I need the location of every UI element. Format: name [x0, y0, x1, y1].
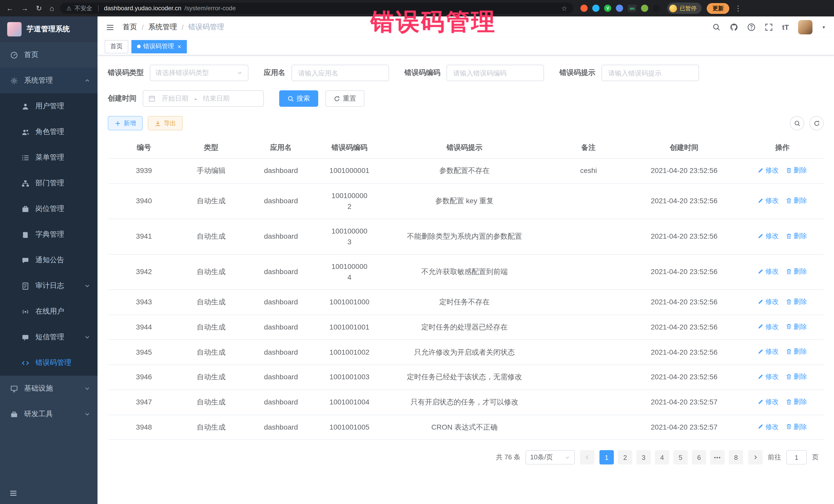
- browser-home-icon[interactable]: ⌂: [49, 4, 54, 12]
- tab-close-icon[interactable]: ×: [178, 43, 181, 50]
- delete-link[interactable]: 删除: [786, 231, 807, 241]
- delete-link[interactable]: 删除: [786, 422, 807, 432]
- edit-label: 修改: [766, 372, 779, 381]
- browser-forward-icon[interactable]: →: [21, 4, 28, 12]
- edit-link[interactable]: 修改: [758, 165, 779, 175]
- page-number-button[interactable]: 1: [599, 451, 614, 465]
- avatar-caret-icon[interactable]: ▼: [822, 25, 826, 29]
- delete-link[interactable]: 删除: [786, 165, 807, 175]
- extension-pin-icon[interactable]: [653, 5, 660, 12]
- edit-icon: [758, 349, 764, 355]
- page-number-button[interactable]: 3: [636, 451, 651, 465]
- sidebar-item[interactable]: 首页: [0, 42, 97, 68]
- sidebar-item-label: 通知公告: [36, 256, 64, 265]
- browser-back-icon[interactable]: ←: [6, 4, 13, 12]
- cell-remark: [550, 183, 627, 219]
- font-size-icon[interactable]: tT: [782, 23, 789, 31]
- reset-button[interactable]: 重置: [325, 90, 365, 107]
- address-bar[interactable]: ⚠ 不安全 dashboard.yudao.iocoder.cn/system/…: [60, 3, 573, 14]
- goto-page-input[interactable]: [786, 451, 807, 465]
- chevron-down-icon: [565, 455, 570, 460]
- page-number-button[interactable]: 6: [692, 451, 706, 465]
- sidebar-item-label: 审计日志: [36, 281, 64, 290]
- profile-chip[interactable]: 已暂停: [667, 3, 702, 14]
- delete-link[interactable]: 删除: [786, 266, 807, 277]
- app-name-input[interactable]: [291, 65, 389, 81]
- hamburger-icon[interactable]: [106, 23, 114, 31]
- sidebar-item[interactable]: 基础设施: [0, 376, 97, 401]
- search-icon[interactable]: [712, 23, 721, 31]
- error-msg-input[interactable]: [601, 65, 699, 81]
- sidebar-item[interactable]: 部门管理: [0, 170, 97, 196]
- edit-link[interactable]: 修改: [758, 422, 779, 432]
- sidebar-item[interactable]: 短信管理: [0, 324, 97, 350]
- extension-leaf-icon[interactable]: [641, 5, 648, 12]
- github-icon[interactable]: [730, 23, 738, 31]
- delete-link[interactable]: 删除: [786, 347, 807, 357]
- tree-icon: [22, 179, 29, 187]
- browser-update-button[interactable]: 更新: [707, 3, 729, 14]
- edit-link[interactable]: 修改: [758, 196, 779, 205]
- edit-link[interactable]: 修改: [758, 372, 779, 381]
- fullscreen-icon[interactable]: [765, 23, 773, 31]
- delete-link[interactable]: 删除: [786, 297, 807, 307]
- user-avatar[interactable]: [798, 20, 812, 35]
- page-number-button[interactable]: 4: [655, 451, 669, 465]
- page-number-button[interactable]: 8: [729, 451, 743, 465]
- edit-link[interactable]: 修改: [758, 266, 779, 277]
- extension-grid-icon[interactable]: [616, 5, 623, 12]
- export-button[interactable]: 导出: [148, 116, 183, 130]
- browser-menu-icon[interactable]: ⋮: [734, 4, 742, 12]
- sidebar-item[interactable]: 用户管理: [0, 93, 97, 119]
- error-code-input[interactable]: [446, 65, 544, 81]
- tag-view-tab[interactable]: 首页: [105, 40, 128, 53]
- extension-adblock-icon[interactable]: [580, 5, 588, 12]
- sidebar-item[interactable]: 在线用户: [0, 299, 97, 324]
- sidebar-item[interactable]: 岗位管理: [0, 196, 97, 222]
- search-button[interactable]: 搜索: [279, 90, 318, 107]
- prev-page-button[interactable]: [580, 451, 594, 465]
- delete-link[interactable]: 删除: [786, 397, 807, 407]
- delete-icon: [786, 233, 792, 239]
- add-button[interactable]: 新增: [108, 116, 143, 130]
- error-type-select[interactable]: 请选择错误码类型: [150, 65, 248, 81]
- logo[interactable]: 芋道管理系统: [0, 17, 97, 42]
- edit-label: 修改: [766, 196, 779, 205]
- page-size-select[interactable]: 10条/页: [526, 451, 575, 465]
- tag-view-tab[interactable]: 错误码管理×: [131, 40, 187, 53]
- sidebar-item[interactable]: 菜单管理: [0, 145, 97, 170]
- edit-link[interactable]: 修改: [758, 231, 779, 241]
- sidebar-item[interactable]: 通知公告: [0, 247, 97, 273]
- sidebar-item[interactable]: 系统管理: [0, 68, 97, 93]
- delete-link[interactable]: 删除: [786, 372, 807, 381]
- extension-v-icon[interactable]: V: [604, 5, 611, 12]
- sidebar-item[interactable]: 角色管理: [0, 119, 97, 145]
- page-ellipsis[interactable]: •••: [710, 451, 725, 465]
- refresh-table-button[interactable]: [809, 116, 824, 130]
- delete-label: 删除: [794, 266, 807, 277]
- breadcrumb-item[interactable]: 首页: [123, 23, 137, 32]
- sidebar-item[interactable]: 研发工具: [0, 401, 97, 427]
- collapse-sidebar-icon[interactable]: [9, 489, 18, 497]
- browser-reload-icon[interactable]: ↻: [36, 4, 42, 12]
- edit-link[interactable]: 修改: [758, 397, 779, 407]
- next-page-button[interactable]: [748, 451, 763, 465]
- bookmark-star-icon[interactable]: ☆: [561, 4, 567, 12]
- edit-link[interactable]: 修改: [758, 297, 779, 307]
- edit-link[interactable]: 修改: [758, 322, 779, 332]
- delete-link[interactable]: 删除: [786, 322, 807, 332]
- security-label: 不安全: [74, 4, 92, 12]
- delete-link[interactable]: 删除: [786, 196, 807, 205]
- sidebar-item[interactable]: 字典管理: [0, 222, 97, 247]
- help-icon[interactable]: [747, 23, 755, 31]
- page-number-button[interactable]: 2: [618, 451, 632, 465]
- page-number-button[interactable]: 5: [673, 451, 688, 465]
- date-range-picker[interactable]: 开始日期 - 结束日期: [143, 90, 264, 107]
- extension-onetab-icon[interactable]: on: [628, 5, 636, 12]
- breadcrumb-item[interactable]: 系统管理: [148, 23, 177, 32]
- toggle-search-button[interactable]: [790, 116, 804, 130]
- sidebar-item[interactable]: 审计日志: [0, 273, 97, 299]
- extension-drop-icon[interactable]: [592, 5, 599, 12]
- edit-link[interactable]: 修改: [758, 347, 779, 357]
- sidebar-item[interactable]: 错误码管理: [0, 350, 97, 376]
